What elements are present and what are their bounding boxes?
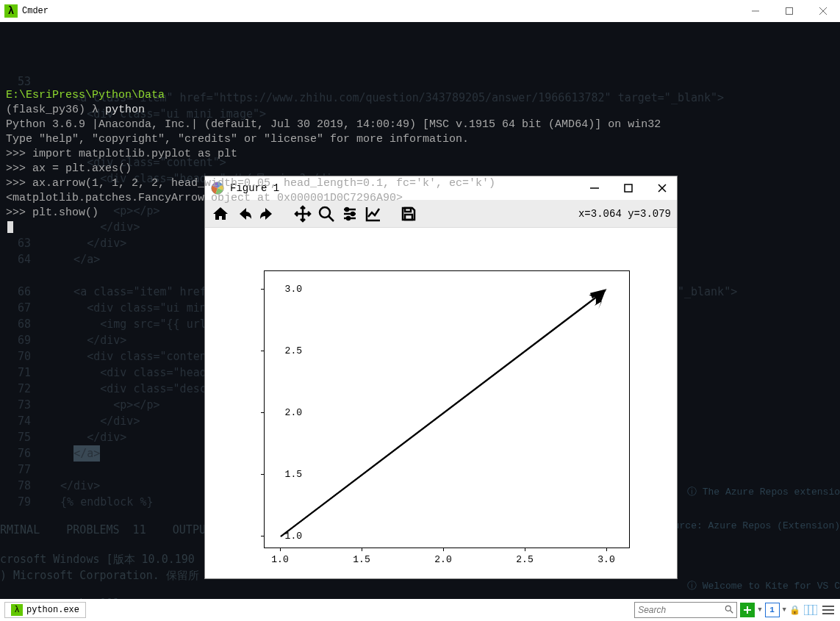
minimize-button[interactable]	[739, 0, 772, 22]
terminal-output: E:\EsriPress\Python\Data (flask_py36) λ …	[6, 73, 834, 250]
repl-line: >>> plt.show()	[6, 207, 98, 219]
app-icon: λ	[4, 4, 18, 18]
lambda-icon: λ	[11, 604, 23, 616]
add-button[interactable]	[740, 603, 755, 617]
cursor	[7, 221, 13, 233]
svg-rect-1	[786, 8, 793, 15]
y-tick-label: 1.0	[285, 531, 302, 542]
menu-icon[interactable]	[821, 603, 836, 617]
x-tick-label: 1.0	[271, 554, 288, 565]
status-tab[interactable]: λ python.exe	[4, 602, 86, 618]
status-tab-label: python.exe	[26, 605, 79, 615]
y-tick-label: 2.5	[285, 345, 302, 356]
x-tick-label: 2.5	[516, 554, 533, 565]
y-tick-label: 3.0	[285, 284, 302, 295]
prompt-symbol: λ	[92, 104, 98, 116]
notification-ghost: Source: Azure Repos (Extension)	[662, 519, 840, 534]
layout-columns-icon[interactable]	[803, 603, 818, 617]
svg-rect-30	[804, 605, 817, 615]
notification-ghost: ⓘ Welcome to Kite for VS C	[687, 579, 840, 594]
terminal-cwd: E:\EsriPress\Python\Data	[6, 89, 165, 101]
svg-line-27	[730, 611, 733, 614]
chevron-down-icon[interactable]: ▼	[758, 606, 761, 614]
window-controls	[739, 0, 840, 22]
x-tick-label: 3.0	[597, 554, 614, 565]
python-banner-2: Type "help", "copyright", "credits" or "…	[6, 133, 469, 146]
python-banner-1: Python 3.6.9 |Anaconda, Inc.| (default, …	[6, 118, 661, 131]
notification-ghost: ⓘ The Azure Repos extensio	[687, 485, 840, 500]
y-tick-label: 1.5	[285, 469, 302, 480]
svg-point-26	[726, 606, 731, 611]
repl-line: <matplotlib.patches.FancyArrow object at…	[6, 192, 403, 204]
x-tick-label: 1.5	[353, 554, 370, 565]
figure-canvas[interactable]: 1.0 1.5 2.0 2.5 3.0 1.0 1.5 2.0 2.5 3.0	[205, 228, 677, 578]
maximize-button[interactable]	[772, 0, 806, 22]
app-titlebar: λ Cmder	[0, 0, 840, 22]
repl-line: >>> ax.arrow(1, 1, 2, 2, head_width=0.05…	[6, 177, 495, 190]
close-button[interactable]	[806, 0, 840, 22]
plot-area	[264, 270, 630, 548]
y-tick-label: 2.0	[285, 407, 302, 418]
terminal-venv: (flask_py36)	[6, 104, 85, 116]
repl-line: >>> import matplotlib.pyplot as plt	[6, 148, 237, 160]
search-wrap	[634, 602, 737, 618]
search-input[interactable]	[634, 602, 737, 618]
repl-line: >>> ax = plt.axes()	[6, 162, 132, 175]
statusbar: λ python.exe ▼ 1 ▼ 🔒	[0, 599, 840, 621]
chevron-down-icon[interactable]: ▼	[783, 606, 786, 614]
search-icon[interactable]	[724, 604, 734, 617]
svg-line-25	[281, 291, 604, 536]
window-number-icon[interactable]: 1	[765, 603, 780, 617]
x-tick-label: 2.0	[434, 554, 451, 565]
app-title: Cmder	[22, 6, 49, 16]
lock-icon[interactable]: 🔒	[789, 605, 800, 616]
terminal-cmd: python	[105, 104, 145, 116]
